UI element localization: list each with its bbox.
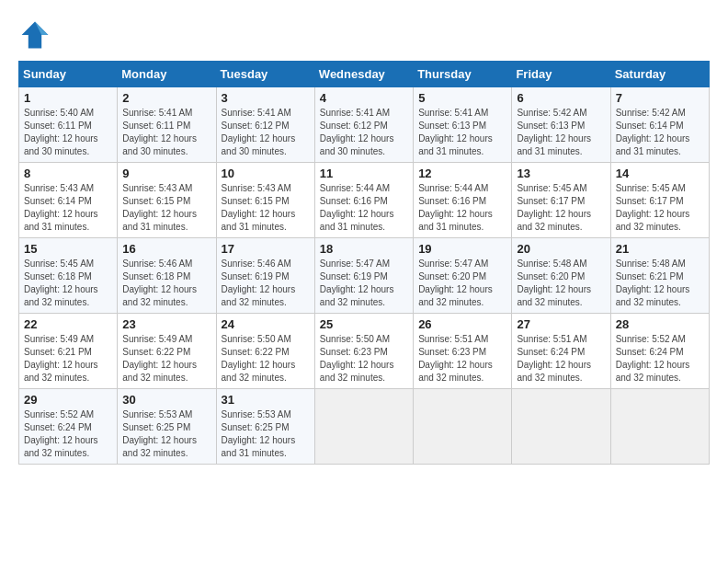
calendar-cell: 27Sunrise: 5:51 AM Sunset: 6:24 PM Dayli… xyxy=(512,314,610,389)
calendar-cell: 7Sunrise: 5:42 AM Sunset: 6:14 PM Daylig… xyxy=(610,87,709,163)
day-info: Sunrise: 5:46 AM Sunset: 6:18 PM Dayligh… xyxy=(122,258,210,309)
day-info: Sunrise: 5:40 AM Sunset: 6:11 PM Dayligh… xyxy=(24,107,112,158)
logo-icon xyxy=(18,18,51,52)
calendar-cell: 5Sunrise: 5:41 AM Sunset: 6:13 PM Daylig… xyxy=(414,87,512,163)
day-number: 19 xyxy=(418,242,506,256)
day-info: Sunrise: 5:47 AM Sunset: 6:19 PM Dayligh… xyxy=(320,258,408,309)
calendar-cell: 6Sunrise: 5:42 AM Sunset: 6:13 PM Daylig… xyxy=(512,87,610,163)
calendar-table: SundayMondayTuesdayWednesdayThursdayFrid… xyxy=(18,61,710,465)
calendar-cell: 25Sunrise: 5:50 AM Sunset: 6:23 PM Dayli… xyxy=(314,314,413,389)
day-info: Sunrise: 5:42 AM Sunset: 6:13 PM Dayligh… xyxy=(517,107,605,158)
day-number: 27 xyxy=(517,317,605,331)
day-info: Sunrise: 5:43 AM Sunset: 6:15 PM Dayligh… xyxy=(122,182,210,234)
calendar-cell: 21Sunrise: 5:48 AM Sunset: 6:21 PM Dayli… xyxy=(610,238,709,314)
calendar-cell: 10Sunrise: 5:43 AM Sunset: 6:15 PM Dayli… xyxy=(216,163,314,238)
calendar-cell: 31Sunrise: 5:53 AM Sunset: 6:25 PM Dayli… xyxy=(216,389,314,465)
calendar-cell: 18Sunrise: 5:47 AM Sunset: 6:19 PM Dayli… xyxy=(314,238,413,314)
day-number: 7 xyxy=(616,91,704,105)
day-number: 15 xyxy=(24,242,112,256)
calendar-cell: 28Sunrise: 5:52 AM Sunset: 6:24 PM Dayli… xyxy=(610,314,709,389)
day-number: 10 xyxy=(222,167,310,180)
day-number: 2 xyxy=(122,91,210,105)
calendar-week-3: 15Sunrise: 5:45 AM Sunset: 6:18 PM Dayli… xyxy=(19,238,710,314)
day-number: 8 xyxy=(24,167,112,180)
day-number: 28 xyxy=(616,317,704,331)
day-info: Sunrise: 5:46 AM Sunset: 6:19 PM Dayligh… xyxy=(222,258,310,309)
day-info: Sunrise: 5:43 AM Sunset: 6:14 PM Dayligh… xyxy=(24,182,112,234)
day-info: Sunrise: 5:48 AM Sunset: 6:21 PM Dayligh… xyxy=(616,258,704,309)
calendar-cell: 30Sunrise: 5:53 AM Sunset: 6:25 PM Dayli… xyxy=(118,389,216,465)
day-number: 26 xyxy=(418,317,506,331)
weekday-header-thursday: Thursday xyxy=(414,62,512,87)
day-number: 31 xyxy=(222,393,310,407)
day-info: Sunrise: 5:41 AM Sunset: 6:13 PM Dayligh… xyxy=(418,107,506,158)
day-info: Sunrise: 5:47 AM Sunset: 6:20 PM Dayligh… xyxy=(418,258,506,309)
day-number: 4 xyxy=(320,91,408,105)
day-number: 29 xyxy=(24,393,112,407)
day-number: 23 xyxy=(122,317,210,331)
calendar-cell: 2Sunrise: 5:41 AM Sunset: 6:11 PM Daylig… xyxy=(118,87,216,163)
day-number: 20 xyxy=(517,242,605,256)
calendar-cell: 24Sunrise: 5:50 AM Sunset: 6:22 PM Dayli… xyxy=(216,314,314,389)
day-number: 17 xyxy=(222,242,310,256)
day-number: 6 xyxy=(517,91,605,105)
calendar-week-5: 29Sunrise: 5:52 AM Sunset: 6:24 PM Dayli… xyxy=(19,389,710,465)
calendar-cell: 9Sunrise: 5:43 AM Sunset: 6:15 PM Daylig… xyxy=(118,163,216,238)
calendar-cell: 29Sunrise: 5:52 AM Sunset: 6:24 PM Dayli… xyxy=(19,389,118,465)
day-info: Sunrise: 5:51 AM Sunset: 6:24 PM Dayligh… xyxy=(517,333,605,385)
day-info: Sunrise: 5:53 AM Sunset: 6:25 PM Dayligh… xyxy=(222,408,310,460)
weekday-header-saturday: Saturday xyxy=(610,62,709,87)
day-info: Sunrise: 5:49 AM Sunset: 6:22 PM Dayligh… xyxy=(122,333,210,385)
header xyxy=(18,18,710,52)
day-info: Sunrise: 5:41 AM Sunset: 6:11 PM Dayligh… xyxy=(122,107,210,158)
weekday-header-row: SundayMondayTuesdayWednesdayThursdayFrid… xyxy=(19,62,710,87)
day-info: Sunrise: 5:45 AM Sunset: 6:17 PM Dayligh… xyxy=(616,182,704,234)
calendar-cell: 8Sunrise: 5:43 AM Sunset: 6:14 PM Daylig… xyxy=(19,163,118,238)
day-number: 9 xyxy=(122,167,210,180)
day-info: Sunrise: 5:51 AM Sunset: 6:23 PM Dayligh… xyxy=(418,333,506,385)
day-info: Sunrise: 5:45 AM Sunset: 6:17 PM Dayligh… xyxy=(517,182,605,234)
day-info: Sunrise: 5:50 AM Sunset: 6:23 PM Dayligh… xyxy=(320,333,408,385)
day-info: Sunrise: 5:52 AM Sunset: 6:24 PM Dayligh… xyxy=(616,333,704,385)
day-info: Sunrise: 5:48 AM Sunset: 6:20 PM Dayligh… xyxy=(517,258,605,309)
calendar-cell xyxy=(610,389,709,465)
calendar-cell: 12Sunrise: 5:44 AM Sunset: 6:16 PM Dayli… xyxy=(414,163,512,238)
calendar-cell: 16Sunrise: 5:46 AM Sunset: 6:18 PM Dayli… xyxy=(118,238,216,314)
weekday-header-wednesday: Wednesday xyxy=(314,62,413,87)
calendar-cell xyxy=(512,389,610,465)
day-number: 13 xyxy=(517,167,605,180)
calendar-cell: 17Sunrise: 5:46 AM Sunset: 6:19 PM Dayli… xyxy=(216,238,314,314)
calendar-cell: 20Sunrise: 5:48 AM Sunset: 6:20 PM Dayli… xyxy=(512,238,610,314)
day-number: 12 xyxy=(418,167,506,180)
calendar-cell: 19Sunrise: 5:47 AM Sunset: 6:20 PM Dayli… xyxy=(414,238,512,314)
day-number: 18 xyxy=(320,242,408,256)
day-info: Sunrise: 5:41 AM Sunset: 6:12 PM Dayligh… xyxy=(222,107,310,158)
day-info: Sunrise: 5:52 AM Sunset: 6:24 PM Dayligh… xyxy=(24,408,112,460)
calendar-cell: 23Sunrise: 5:49 AM Sunset: 6:22 PM Dayli… xyxy=(118,314,216,389)
day-number: 16 xyxy=(122,242,210,256)
day-info: Sunrise: 5:42 AM Sunset: 6:14 PM Dayligh… xyxy=(616,107,704,158)
day-number: 24 xyxy=(222,317,310,331)
day-number: 1 xyxy=(24,91,112,105)
calendar-week-2: 8Sunrise: 5:43 AM Sunset: 6:14 PM Daylig… xyxy=(19,163,710,238)
day-info: Sunrise: 5:50 AM Sunset: 6:22 PM Dayligh… xyxy=(222,333,310,385)
calendar-cell: 14Sunrise: 5:45 AM Sunset: 6:17 PM Dayli… xyxy=(610,163,709,238)
day-number: 22 xyxy=(24,317,112,331)
day-number: 30 xyxy=(122,393,210,407)
calendar-cell: 13Sunrise: 5:45 AM Sunset: 6:17 PM Dayli… xyxy=(512,163,610,238)
day-info: Sunrise: 5:44 AM Sunset: 6:16 PM Dayligh… xyxy=(418,182,506,234)
day-info: Sunrise: 5:43 AM Sunset: 6:15 PM Dayligh… xyxy=(222,182,310,234)
day-number: 25 xyxy=(320,317,408,331)
calendar-cell xyxy=(314,389,413,465)
calendar-cell: 26Sunrise: 5:51 AM Sunset: 6:23 PM Dayli… xyxy=(414,314,512,389)
calendar-cell: 3Sunrise: 5:41 AM Sunset: 6:12 PM Daylig… xyxy=(216,87,314,163)
calendar-week-4: 22Sunrise: 5:49 AM Sunset: 6:21 PM Dayli… xyxy=(19,314,710,389)
calendar-week-1: 1Sunrise: 5:40 AM Sunset: 6:11 PM Daylig… xyxy=(19,87,710,163)
calendar-cell: 11Sunrise: 5:44 AM Sunset: 6:16 PM Dayli… xyxy=(314,163,413,238)
day-info: Sunrise: 5:49 AM Sunset: 6:21 PM Dayligh… xyxy=(24,333,112,385)
day-number: 21 xyxy=(616,242,704,256)
calendar-cell xyxy=(414,389,512,465)
day-info: Sunrise: 5:41 AM Sunset: 6:12 PM Dayligh… xyxy=(320,107,408,158)
calendar-cell: 1Sunrise: 5:40 AM Sunset: 6:11 PM Daylig… xyxy=(19,87,118,163)
logo xyxy=(18,18,57,52)
